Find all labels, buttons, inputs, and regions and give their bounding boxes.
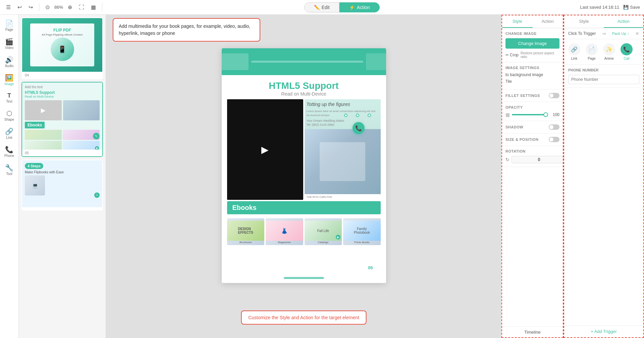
book-cell-catalogs: Fall Life ▶ Catalogs bbox=[305, 218, 342, 245]
thumb-number-04: 04 bbox=[22, 72, 102, 78]
tab-edit[interactable]: ✏️ Edit bbox=[304, 2, 339, 12]
audio-icon: 🔊 bbox=[5, 56, 13, 63]
trigger-label: Click To Trigger bbox=[568, 31, 596, 36]
phone-action-button[interactable]: 📞 bbox=[353, 122, 365, 134]
page-action-icon: 📄 bbox=[586, 43, 598, 55]
style-tab-style[interactable]: Style bbox=[502, 15, 533, 28]
book-cell-photobooks: FamilyPhotobook Photo Books bbox=[343, 218, 381, 245]
timeline-button[interactable]: Timeline bbox=[524, 330, 541, 335]
rotation-input[interactable] bbox=[512, 156, 564, 163]
fillet-toggle[interactable] bbox=[549, 93, 559, 98]
sidebar-item-audio[interactable]: 🔊 Audio bbox=[1, 54, 17, 70]
tooltip-top-text: Add multimedia for your book pages, for … bbox=[119, 23, 250, 36]
crop-restore-row: ✂ Crop Restore picture aspect ratio bbox=[505, 51, 559, 59]
sidebar-label-link: Link bbox=[6, 136, 12, 139]
right-panels: Style Action CHANGE IMAGE Change Image ✂… bbox=[501, 15, 644, 338]
sidebar-item-image[interactable]: 🖼️ Image bbox=[1, 72, 17, 89]
fillet-settings-section: FILLET SETTINGS bbox=[502, 90, 563, 102]
thumbnail-04[interactable]: FLIP PDF All Page-Flipping eBook Creator… bbox=[21, 17, 103, 79]
change-image-button[interactable]: Change Image bbox=[505, 38, 559, 49]
sidebar-item-phone[interactable]: 📞 Phone bbox=[1, 144, 17, 160]
divider-1 bbox=[39, 3, 39, 11]
tooltip-bottom-text: Customize the Style and Action for the t… bbox=[248, 315, 359, 320]
page-icon: 📄 bbox=[5, 20, 13, 27]
page-action-label: Page bbox=[588, 57, 595, 60]
opacity-slider-thumb[interactable] bbox=[543, 112, 548, 117]
last-saved-label: Last saved 14:16:11 bbox=[580, 5, 619, 10]
to-background-label: to background image bbox=[505, 72, 543, 77]
opacity-slider-track[interactable] bbox=[512, 114, 548, 115]
thumbnails-panel: FLIP PDF All Page-Flipping eBook Creator… bbox=[19, 15, 106, 338]
call-action-icon: 📞 bbox=[621, 43, 633, 55]
crop-icon: ✂ bbox=[505, 53, 509, 57]
call-action-label: Call bbox=[624, 57, 629, 60]
change-image-section: CHANGE IMAGE Change Image ✂ Crop Restore… bbox=[502, 28, 563, 62]
style-tab-action[interactable]: Action bbox=[533, 15, 563, 28]
thumbnail-05[interactable]: Add the text HTML5 Support Read on Multi… bbox=[21, 82, 103, 157]
undo-button[interactable]: ↩ bbox=[15, 3, 24, 12]
thumb-inner-04: FLIP PDF All Page-Flipping eBook Creator… bbox=[30, 23, 94, 66]
grid-button[interactable]: ▦ bbox=[89, 3, 98, 12]
sidebar-label-tool: Tool bbox=[6, 172, 12, 176]
tab-action[interactable]: ⚡ Action bbox=[339, 2, 380, 12]
action-icons-row: 🔗 Link 📄 Page ✨ Anime 📞 Call bbox=[564, 39, 643, 65]
thumb-number-06 bbox=[22, 207, 102, 210]
selection-handle-tr[interactable] bbox=[368, 114, 371, 117]
rotation-row: ↻ bbox=[505, 156, 559, 163]
action-icon-page[interactable]: 📄 Page bbox=[586, 43, 598, 60]
add-trigger-bar: + Add Trigger bbox=[564, 325, 643, 337]
zoom-in-button[interactable]: ⊕ bbox=[66, 3, 74, 12]
circle-button[interactable]: ⊙ bbox=[43, 3, 52, 12]
topbar-center-tabs: ✏️ Edit ⚡ Action bbox=[106, 2, 577, 12]
style-panel-tabs: Style Action bbox=[502, 15, 563, 28]
thumbnail-06[interactable]: 4 Steps Make Flipbooks with Ease 💻 ✎ bbox=[21, 160, 103, 211]
sidebar-label-text: Text bbox=[6, 100, 12, 103]
rotation-section: ROTATION ↻ bbox=[502, 146, 563, 167]
rotation-title: ROTATION bbox=[505, 149, 559, 153]
size-position-title: SIZE & POSITION bbox=[505, 137, 539, 142]
topbar: ☰ ↩ ↪ ⊙ 86% ⊕ ⛶ ▦ ✏️ Edit ⚡ Action Last … bbox=[0, 0, 644, 15]
action-tab-action[interactable]: Action bbox=[604, 15, 643, 28]
sidebar-item-tool[interactable]: 🔧 Tool bbox=[1, 162, 17, 178]
sidebar-item-link[interactable]: 🔗 Link bbox=[1, 125, 17, 142]
sidebar-item-video[interactable]: 🎬 Video bbox=[1, 36, 17, 52]
add-trigger-button[interactable]: + Add Trigger bbox=[591, 329, 617, 334]
pack-up-button[interactable]: Pack Up ↑ bbox=[612, 32, 629, 36]
shadow-toggle[interactable] bbox=[549, 124, 559, 130]
page-number: 05 bbox=[363, 260, 378, 275]
left-sidebar: 📄 Page 🎬 Video 🔊 Audio 🖼️ Image T Text ⬡… bbox=[0, 15, 19, 338]
tile-row: Tile bbox=[505, 79, 559, 84]
image-icon: 🖼️ bbox=[5, 74, 13, 81]
close-trigger-button[interactable]: ✕ bbox=[635, 31, 639, 36]
action-icon-link[interactable]: 🔗 Link bbox=[568, 43, 580, 60]
sidebar-item-text[interactable]: T Text bbox=[1, 90, 17, 106]
action-tab-style[interactable]: Style bbox=[564, 15, 604, 28]
selection-handle-tl[interactable] bbox=[344, 114, 347, 117]
action-icon-call[interactable]: 📞 Call bbox=[621, 43, 633, 60]
book-cell-brochures: DESIGNEFFECTS Brochures bbox=[227, 218, 265, 245]
crop-button[interactable]: ✂ Crop bbox=[505, 53, 519, 57]
sidebar-item-shape[interactable]: ⬡ Shape bbox=[1, 107, 17, 124]
size-position-section: SIZE & POSITION bbox=[502, 133, 563, 146]
action-icon-anime[interactable]: ✨ Anime bbox=[603, 43, 615, 60]
canvas-scrollbar[interactable] bbox=[284, 277, 324, 279]
book-cell-magazines: 👗 Magazines bbox=[266, 218, 303, 245]
page-content: HTML5 Support Read on Multi-Device ▶ Tot… bbox=[222, 75, 386, 250]
phone-section-title: PHONE NUMBER bbox=[568, 68, 639, 72]
sidebar-item-page[interactable]: 📄 Page bbox=[1, 17, 17, 34]
link-icon: 🔗 bbox=[5, 128, 13, 135]
menu-button[interactable]: ☰ bbox=[4, 3, 13, 12]
timeline-section: Timeline bbox=[502, 327, 563, 337]
anime-action-label: Anime bbox=[604, 57, 614, 60]
divider-2 bbox=[102, 3, 102, 11]
rotation-icon: ↻ bbox=[505, 157, 509, 162]
save-button[interactable]: 💾 Save bbox=[623, 5, 640, 10]
shadow-title: SHADOW bbox=[505, 125, 523, 129]
text-icon: T bbox=[7, 93, 11, 99]
selection-handle-tc[interactable] bbox=[356, 114, 359, 117]
opacity-slider-row: ▦ 100 bbox=[505, 112, 559, 117]
phone-number-input[interactable] bbox=[568, 75, 639, 84]
size-position-toggle[interactable] bbox=[549, 137, 559, 142]
fullscreen-button[interactable]: ⛶ bbox=[77, 3, 86, 12]
redo-button[interactable]: ↪ bbox=[26, 3, 35, 12]
